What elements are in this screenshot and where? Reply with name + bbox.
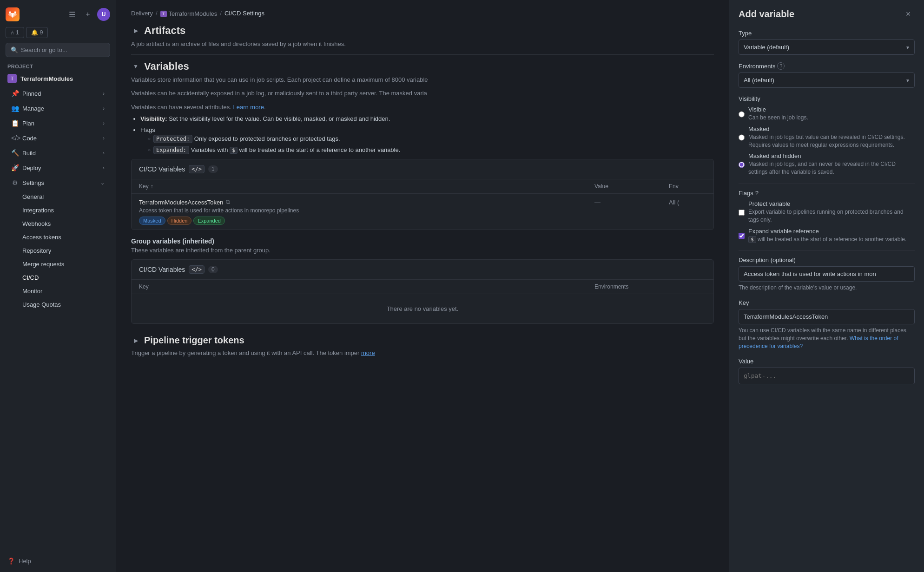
- value-input[interactable]: [739, 368, 915, 384]
- help-item[interactable]: ❓ Help: [0, 554, 116, 568]
- bell-icon: 🔔: [31, 29, 38, 36]
- settings-icon: ⚙: [11, 179, 19, 186]
- new-item-icon[interactable]: +: [81, 8, 94, 21]
- group-variables-desc: These variables are inherited from the p…: [131, 247, 714, 254]
- pipeline-trigger-collapse-btn[interactable]: ▶: [131, 336, 140, 345]
- expand-checkbox[interactable]: [739, 229, 745, 243]
- description-label: Description (optional): [739, 256, 915, 263]
- variable-tags: Masked Hidden Expanded: [139, 217, 706, 225]
- environments-select[interactable]: All (default) production staging develop…: [739, 72, 915, 88]
- search-bar[interactable]: 🔍 Search or go to...: [6, 43, 110, 57]
- key-input[interactable]: [739, 309, 915, 324]
- chevron-right-icon: ›: [103, 91, 105, 96]
- nav-label-build: Build: [22, 150, 36, 157]
- avatar[interactable]: U: [97, 8, 110, 21]
- radio-masked-label: Masked: [748, 125, 915, 132]
- sidebar-toggle-icon[interactable]: ☰: [66, 8, 79, 21]
- sidebar-item-merge-requests[interactable]: Merge requests: [4, 258, 112, 270]
- artifacts-desc: A job artifact is an archive of files an…: [131, 39, 714, 49]
- environments-help-icon[interactable]: ?: [777, 62, 785, 70]
- sidebar-item-webhooks[interactable]: Webhooks: [4, 217, 112, 230]
- sidebar-item-cicd[interactable]: CI/CD: [4, 271, 112, 284]
- variables-bullet-list: Visibility: Set the visibility level for…: [131, 114, 714, 154]
- type-group: Type Variable (default) File: [739, 30, 915, 55]
- col-value-header: Value: [594, 183, 669, 190]
- sidebar-item-settings[interactable]: ⚙ Settings ⌄: [4, 176, 112, 190]
- expanded-tag: Expanded:: [153, 146, 189, 154]
- radio-masked-hidden-input[interactable]: [739, 153, 745, 176]
- dollar-icon: $: [748, 236, 756, 243]
- cicd-group-count-badge: 0: [208, 266, 218, 273]
- sort-icon[interactable]: ↑: [151, 183, 153, 190]
- radio-visible-input[interactable]: [739, 107, 745, 122]
- row-main: TerraformModulesAccessToken ⧉ — All (: [139, 198, 706, 206]
- chevron-right-icon: ›: [103, 135, 105, 141]
- col-key-header: Key ↑: [139, 183, 594, 190]
- help-icon: ❓: [7, 558, 15, 565]
- type-select-wrapper: Variable (default) File: [739, 39, 915, 55]
- pipeline-trigger-title: Pipeline trigger tokens: [144, 335, 244, 346]
- expand-desc: $ will be treated as the start of a refe…: [748, 236, 906, 243]
- flags-help-icon[interactable]: ?: [755, 190, 759, 197]
- sidebar-item-general[interactable]: General: [4, 191, 112, 203]
- variables-collapse-btn[interactable]: ▼: [131, 62, 140, 71]
- radio-masked[interactable]: Masked Masked in job logs but value can …: [739, 125, 915, 149]
- copy-icon[interactable]: ⧉: [226, 198, 230, 206]
- project-name[interactable]: TerraformModules: [20, 75, 73, 82]
- sidebar-item-integrations[interactable]: Integrations: [4, 204, 112, 217]
- checkbox-expand[interactable]: Expand variable reference $ will be trea…: [739, 228, 915, 243]
- visibility-section: Visibility Visible Can be seen in job lo…: [739, 95, 915, 176]
- visibility-title: Visibility: [739, 95, 915, 102]
- sidebar-item-deploy[interactable]: 🚀 Deploy ›: [4, 161, 112, 175]
- pin-icon: 📌: [11, 90, 19, 97]
- artifacts-collapse-btn[interactable]: ▶: [131, 26, 140, 35]
- cicd-group-count-icon: </>: [189, 265, 205, 274]
- close-button[interactable]: ×: [902, 7, 915, 20]
- cicd-group-title: CI/CD Variables: [139, 266, 185, 273]
- learn-more-link[interactable]: Learn more: [233, 104, 264, 111]
- checkbox-protect[interactable]: Protect variable Export variable to pipe…: [739, 200, 915, 224]
- sidebar-item-build[interactable]: 🔨 Build ›: [4, 146, 112, 160]
- key-label: Key: [739, 299, 915, 306]
- gitlab-logo[interactable]: [6, 7, 20, 21]
- radio-visible-desc: Can be seen in job logs.: [748, 114, 808, 122]
- sidebar-item-access-tokens[interactable]: Access tokens: [4, 231, 112, 243]
- right-panel: Add variable × Type Variable (default) F…: [729, 0, 924, 572]
- search-icon: 🔍: [11, 46, 18, 53]
- sidebar-item-plan[interactable]: 📋 Plan ›: [4, 116, 112, 130]
- build-icon: 🔨: [11, 149, 19, 157]
- cicd-variables-group-header: CI/CD Variables </> 0: [132, 260, 713, 280]
- sidebar-item-manage[interactable]: 👥 Manage ›: [4, 101, 112, 115]
- sidebar-item-monitor[interactable]: Monitor: [4, 285, 112, 297]
- type-select[interactable]: Variable (default) File: [739, 39, 915, 55]
- pipeline-trigger-more-link[interactable]: more: [361, 349, 375, 356]
- sidebar-item-repository[interactable]: Repository: [4, 244, 112, 257]
- radio-masked-desc: Masked in job logs but value can be reve…: [748, 133, 915, 149]
- radio-visible[interactable]: Visible Can be seen in job logs.: [739, 106, 915, 122]
- tag-expanded: Expanded: [193, 217, 225, 225]
- sidebar-item-usage-quotas[interactable]: Usage Quotas: [4, 298, 112, 311]
- breadcrumb-project[interactable]: T TerraformModules: [160, 9, 218, 17]
- sidebar-item-code[interactable]: </> Code ›: [4, 131, 112, 145]
- code-icon: </>: [11, 134, 19, 142]
- breadcrumb-delivery[interactable]: Delivery: [131, 10, 153, 17]
- pipeline-trigger-section: ▶ Pipeline trigger tokens Trigger a pipe…: [131, 335, 714, 358]
- variables-desc2: Variables can be accidentally exposed in…: [131, 89, 714, 98]
- chevron-right-icon: ›: [103, 120, 105, 126]
- col-env-header2: Environments: [594, 283, 669, 290]
- value-label: Value: [739, 358, 915, 365]
- flags-bullet: Flags Protected: Only exposed to protect…: [140, 125, 714, 155]
- key-group: Key You can use CI/CD variables with the…: [739, 299, 915, 350]
- breadcrumb-current: CI/CD Settings: [224, 10, 264, 17]
- dollar-symbol: $: [230, 147, 238, 154]
- protect-checkbox[interactable]: [739, 201, 745, 224]
- radio-masked-input[interactable]: [739, 126, 745, 149]
- notifications-counter[interactable]: 🔔 9: [26, 27, 48, 38]
- sidebar-item-pinned[interactable]: 📌 Pinned ›: [4, 86, 112, 100]
- merge-requests-counter[interactable]: ⑃ 1: [6, 27, 24, 38]
- artifacts-title: Artifacts: [144, 25, 185, 37]
- breadcrumb-project-icon: T: [160, 11, 167, 17]
- radio-masked-hidden[interactable]: Masked and hidden Masked in job logs, an…: [739, 152, 915, 176]
- variables-desc1: Variables store information that you can…: [131, 75, 714, 85]
- description-input[interactable]: [739, 266, 915, 282]
